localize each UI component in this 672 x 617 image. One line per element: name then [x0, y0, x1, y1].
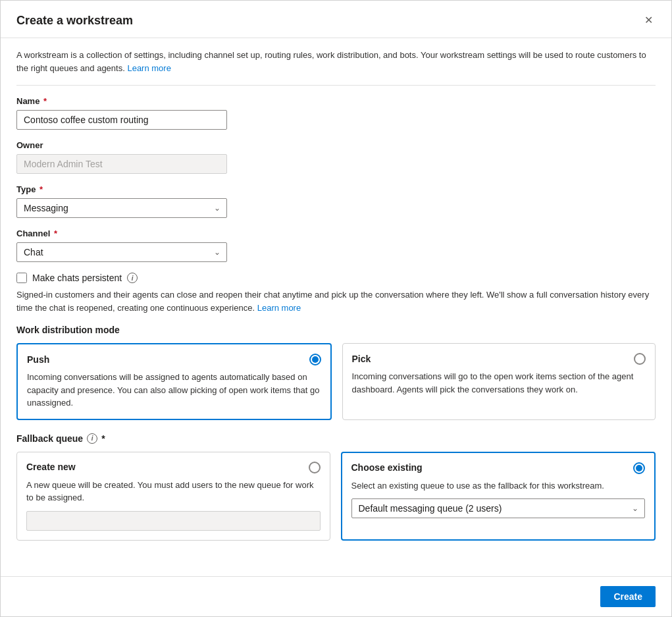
persistent-learn-more-link[interactable]: Learn more	[257, 303, 301, 313]
dialog-footer: Create	[1, 576, 671, 616]
dialog-description: A workstream is a collection of settings…	[16, 49, 656, 74]
choose-existing-card-title: Choose existing	[351, 462, 423, 473]
create-workstream-dialog: Create a workstream ✕ A workstream is a …	[0, 0, 672, 617]
owner-input: Modern Admin Test	[16, 154, 227, 174]
choose-existing-queue-card[interactable]: Choose existing Select an existing queue…	[341, 452, 656, 541]
create-button[interactable]: Create	[600, 586, 656, 607]
fallback-info-icon[interactable]: i	[87, 433, 97, 444]
make-chats-persistent-checkbox[interactable]	[16, 273, 27, 283]
channel-label: Channel *	[16, 228, 656, 238]
pick-radio[interactable]	[634, 353, 646, 365]
choose-existing-select[interactable]: Default messaging queue (2 users)	[351, 498, 646, 518]
push-mode-card[interactable]: Push Incoming conversations will be assi…	[16, 343, 332, 420]
type-label: Type *	[16, 184, 656, 194]
pick-mode-card[interactable]: Pick Incoming conversations will go to t…	[342, 343, 656, 420]
channel-select[interactable]: Chat Email SMS	[16, 242, 227, 262]
fallback-queue-section: Fallback queue i * Create new A new queu…	[16, 433, 656, 541]
push-card-desc: Incoming conversations will be assigned …	[27, 371, 321, 410]
make-chats-persistent-info-icon[interactable]: i	[127, 273, 138, 283]
make-chats-persistent-label: Make chats persistent	[32, 273, 122, 283]
name-required-marker: *	[41, 96, 47, 106]
push-card-title: Push	[27, 354, 49, 365]
dialog-title: Create a workstream	[16, 14, 133, 28]
create-new-card-desc: A new queue will be created. You must ad…	[26, 479, 321, 504]
persistent-description: Signed-in customers and their agents can…	[16, 288, 656, 314]
channel-field-group: Channel * Chat Email SMS ⌄	[16, 228, 656, 262]
fallback-queue-label: Fallback queue i *	[16, 433, 656, 444]
fallback-required-marker: *	[101, 433, 105, 444]
owner-label: Owner	[16, 140, 656, 150]
description-learn-more-link[interactable]: Learn more	[127, 63, 170, 73]
work-distribution-title: Work distribution mode	[16, 325, 656, 335]
choose-existing-radio[interactable]	[633, 462, 645, 474]
create-new-card-header: Create new	[26, 462, 321, 473]
owner-field-group: Owner Modern Admin Test	[16, 140, 656, 174]
header-divider	[16, 85, 656, 86]
name-label: Name *	[16, 96, 656, 106]
create-new-radio[interactable]	[309, 462, 321, 473]
name-input[interactable]	[16, 110, 227, 130]
choose-existing-card-header: Choose existing	[351, 462, 646, 474]
type-select-wrapper: Messaging Voice ⌄	[16, 198, 227, 218]
create-new-card-title: Create new	[26, 462, 76, 472]
work-distribution-cards: Push Incoming conversations will be assi…	[16, 343, 656, 420]
type-field-group: Type * Messaging Voice ⌄	[16, 184, 656, 218]
dialog-header: Create a workstream ✕	[1, 1, 671, 38]
dialog-body: A workstream is a collection of settings…	[1, 38, 671, 576]
choose-existing-card-desc: Select an existing queue to use as the f…	[351, 479, 646, 493]
choose-existing-select-wrapper: Default messaging queue (2 users) ⌄	[351, 498, 646, 518]
pick-card-desc: Incoming conversations will go to the op…	[352, 370, 646, 396]
name-field-group: Name *	[16, 96, 656, 130]
fallback-queue-cards: Create new A new queue will be created. …	[16, 452, 656, 541]
make-chats-persistent-row: Make chats persistent i	[16, 273, 656, 283]
push-radio[interactable]	[309, 354, 321, 365]
pick-card-title: Pick	[352, 354, 371, 364]
type-select[interactable]: Messaging Voice	[16, 198, 227, 218]
pick-card-header: Pick	[352, 353, 646, 365]
close-button[interactable]: ✕	[642, 13, 656, 28]
channel-select-wrapper: Chat Email SMS ⌄	[16, 242, 227, 262]
push-card-header: Push	[27, 354, 321, 365]
create-new-queue-card[interactable]: Create new A new queue will be created. …	[16, 452, 330, 541]
create-new-queue-input[interactable]	[26, 511, 321, 531]
